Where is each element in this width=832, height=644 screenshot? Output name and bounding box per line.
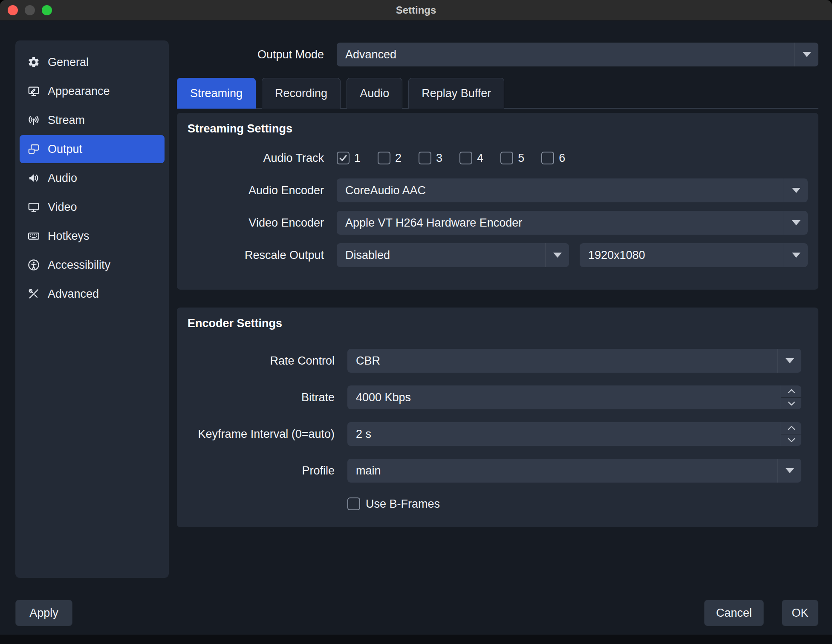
output-tabs: Streaming Recording Audio Replay Buffer <box>177 78 504 109</box>
audio-track-6-label: 6 <box>559 152 565 165</box>
settings-sidebar: General Appearance Stream <box>15 40 169 578</box>
video-encoder-row: Video Encoder Apple VT H264 Hardware Enc… <box>188 211 808 235</box>
rescale-resolution-value: 1920x1080 <box>580 249 645 262</box>
keyframe-spin-buttons <box>781 422 801 446</box>
audio-track-3[interactable]: 3 <box>419 152 442 165</box>
settings-window: Settings General Appearance <box>0 0 832 644</box>
chevron-down-icon <box>784 211 808 235</box>
keyframe-decrement-button[interactable] <box>781 434 801 446</box>
audio-track-checkboxes: 1 2 3 4 5 <box>337 152 582 165</box>
chevron-down-icon <box>545 243 569 267</box>
tab-label: Audio <box>360 87 389 100</box>
apply-button[interactable]: Apply <box>15 600 72 626</box>
monitor-icon <box>27 201 40 213</box>
audio-track-4-label: 4 <box>477 152 483 165</box>
bitrate-increment-button[interactable] <box>781 385 801 398</box>
chevron-down-icon <box>784 243 808 267</box>
audio-track-2[interactable]: 2 <box>378 152 402 165</box>
streaming-settings-group: Streaming Settings Audio Track 1 2 3 <box>177 113 818 290</box>
output-mode-label: Output Mode <box>177 48 330 61</box>
audio-track-2-checkbox[interactable] <box>378 152 390 164</box>
audio-encoder-label: Audio Encoder <box>188 184 330 197</box>
tab-label: Streaming <box>190 87 243 100</box>
tab-label: Recording <box>275 87 327 100</box>
ok-button[interactable]: OK <box>782 600 818 626</box>
rescale-output-label: Rescale Output <box>188 249 330 262</box>
use-bframes-control[interactable]: Use B-Frames <box>347 497 440 511</box>
apply-button-label: Apply <box>29 607 58 620</box>
video-encoder-label: Video Encoder <box>188 216 330 230</box>
use-bframes-checkbox[interactable] <box>347 497 360 510</box>
audio-track-3-label: 3 <box>436 152 442 165</box>
audio-track-5[interactable]: 5 <box>500 152 524 165</box>
sidebar-item-accessibility[interactable]: Accessibility <box>20 251 165 279</box>
sidebar-item-appearance[interactable]: Appearance <box>20 77 165 105</box>
audio-track-1-checkbox[interactable] <box>337 152 350 164</box>
cancel-button-label: Cancel <box>716 607 752 620</box>
minimize-window-button[interactable] <box>25 5 35 15</box>
tab-streaming[interactable]: Streaming <box>177 78 256 109</box>
sidebar-item-output[interactable]: Output <box>20 135 165 163</box>
sidebar-item-general[interactable]: General <box>20 48 165 76</box>
output-icon <box>27 143 40 155</box>
profile-select[interactable]: main <box>347 459 801 483</box>
video-encoder-select[interactable]: Apple VT H264 Hardware Encoder <box>337 211 808 235</box>
sidebar-item-label: Hotkeys <box>48 230 90 243</box>
audio-track-1[interactable]: 1 <box>337 152 361 165</box>
chevron-down-icon <box>777 459 801 483</box>
rescale-resolution-select[interactable]: 1920x1080 <box>580 243 808 267</box>
stream-antenna-icon <box>27 114 40 126</box>
sidebar-item-audio[interactable]: Audio <box>20 164 165 192</box>
appearance-icon <box>27 85 40 98</box>
close-window-button[interactable] <box>8 5 18 15</box>
gear-icon <box>27 56 40 69</box>
profile-value: main <box>347 464 381 477</box>
output-mode-value: Advanced <box>337 48 396 61</box>
keyframe-interval-value: 2 s <box>347 428 371 441</box>
rescale-mode-value: Disabled <box>337 249 390 262</box>
use-bframes-row: Use B-Frames <box>188 495 801 512</box>
audio-track-6[interactable]: 6 <box>541 152 565 165</box>
sidebar-item-label: Audio <box>48 172 77 185</box>
cancel-button[interactable]: Cancel <box>704 600 764 626</box>
tab-replay-buffer[interactable]: Replay Buffer <box>408 78 504 109</box>
keyboard-icon <box>27 230 40 242</box>
sidebar-item-stream[interactable]: Stream <box>20 106 165 134</box>
streaming-settings-title: Streaming Settings <box>188 122 808 135</box>
speaker-icon <box>27 172 40 184</box>
sidebar-item-label: Advanced <box>48 288 99 301</box>
audio-track-5-label: 5 <box>518 152 524 165</box>
bitrate-decrement-button[interactable] <box>781 398 801 410</box>
sidebar-item-hotkeys[interactable]: Hotkeys <box>20 222 165 250</box>
sidebar-item-label: Video <box>48 201 77 214</box>
rate-control-value: CBR <box>347 354 380 368</box>
audio-track-5-checkbox[interactable] <box>500 152 513 164</box>
output-mode-select[interactable]: Advanced <box>337 43 818 66</box>
audio-encoder-select[interactable]: CoreAudio AAC <box>337 178 808 202</box>
audio-track-6-checkbox[interactable] <box>541 152 554 164</box>
sidebar-item-advanced[interactable]: Advanced <box>20 280 165 308</box>
audio-track-4-checkbox[interactable] <box>459 152 472 164</box>
sidebar-item-label: Appearance <box>48 85 110 98</box>
bitrate-spinner[interactable]: 4000 Kbps <box>347 385 801 409</box>
output-mode-row: Output Mode Advanced <box>177 43 818 66</box>
chevron-down-icon <box>794 43 818 66</box>
rescale-mode-select[interactable]: Disabled <box>337 243 569 267</box>
keyframe-increment-button[interactable] <box>781 422 801 434</box>
tab-recording[interactable]: Recording <box>262 78 341 109</box>
audio-track-4[interactable]: 4 <box>459 152 483 165</box>
audio-encoder-value: CoreAudio AAC <box>337 184 426 197</box>
audio-track-3-checkbox[interactable] <box>419 152 431 164</box>
tab-audio[interactable]: Audio <box>347 78 402 109</box>
keyframe-interval-spinner[interactable]: 2 s <box>347 422 801 446</box>
encoder-settings-group: Encoder Settings Rate Control CBR Bitrat… <box>177 308 818 527</box>
sidebar-item-label: Stream <box>48 114 85 127</box>
audio-track-2-label: 2 <box>395 152 402 165</box>
rescale-output-row: Rescale Output Disabled 1920x1080 <box>188 243 808 267</box>
tools-icon <box>27 288 40 300</box>
audio-track-row: Audio Track 1 2 3 4 <box>188 146 808 170</box>
sidebar-item-video[interactable]: Video <box>20 193 165 221</box>
zoom-window-button[interactable] <box>42 5 52 15</box>
rate-control-select[interactable]: CBR <box>347 349 801 373</box>
bitrate-row: Bitrate 4000 Kbps <box>188 385 801 409</box>
